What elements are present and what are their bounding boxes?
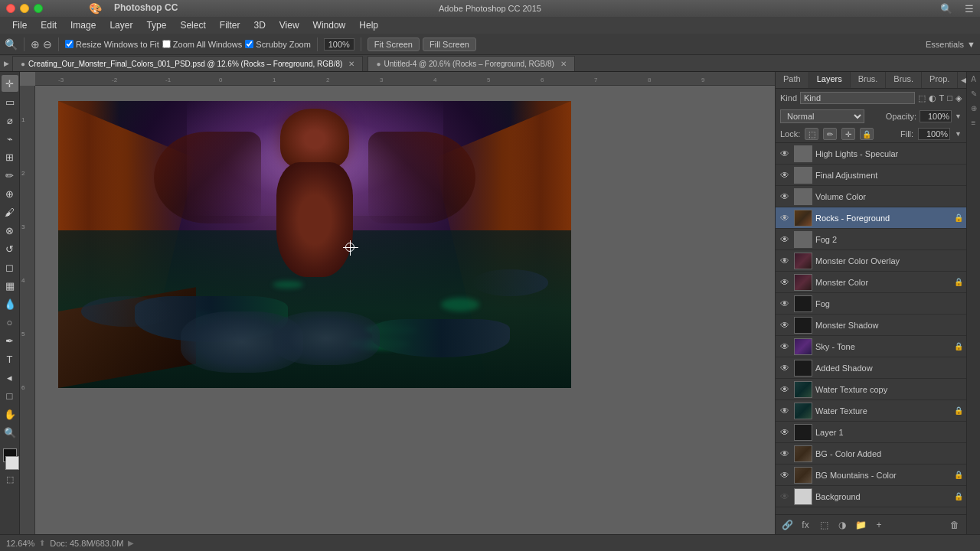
shape-kind-icon[interactable]: □ [947,93,952,103]
dodge-tool[interactable]: ○ [2,314,18,331]
layer-visibility-sky[interactable]: 👁 [779,341,791,353]
menu-item-window[interactable]: Window [307,18,352,32]
menu-item-layer[interactable]: Layer [103,18,139,32]
shape-tool[interactable]: □ [2,387,18,404]
eyedropper-tool[interactable]: ✏ [2,167,18,184]
lasso-tool[interactable]: ⌀ [2,112,18,129]
lock-transparent-btn[interactable]: ⬚ [805,128,818,140]
layer-row-layer1[interactable]: 👁 Layer 1 [776,422,966,443]
lock-image-btn[interactable]: ✏ [823,128,837,140]
tab-close-btn-main[interactable]: ✕ [348,60,354,68]
layer-row-water-texture[interactable]: 👁 Water Texture 🔒 [776,400,966,422]
eraser-tool[interactable]: ◻ [2,259,18,276]
edge-tool-2[interactable]: ✎ [971,90,977,98]
layer-visibility-layer1[interactable]: 👁 [779,426,791,439]
fit-screen-button[interactable]: Fit Screen [368,37,420,51]
lock-all-btn[interactable]: 🔒 [860,128,874,140]
layer-visibility-fog2[interactable]: 👁 [779,233,791,246]
edge-tool-4[interactable]: ≡ [972,119,976,127]
layer-visibility-monster-shadow[interactable]: 👁 [779,319,791,331]
panel-tab-path[interactable]: Path [776,72,809,88]
new-group-icon[interactable]: 📁 [854,518,867,532]
tab-untitled[interactable]: ● Untitled-4 @ 20.6% (Rocks – Foreground… [368,56,575,71]
scrubby-zoom-checkbox[interactable]: Scrubby Zoom [245,40,311,49]
hand-tool[interactable]: ✋ [2,406,18,422]
layer-row-bg-color[interactable]: 👁 BG - Color Added [776,443,966,465]
path-selection[interactable]: ◂ [2,369,18,386]
doc-size-arrow[interactable]: ▶ [128,539,134,547]
tabs-menu-icon[interactable]: ▶ [4,60,9,67]
layer-visibility-fog[interactable]: 👁 [779,298,791,310]
layer-visibility-bg-color[interactable]: 👁 [779,448,791,460]
menu-item-edit[interactable]: Edit [34,18,63,32]
panel-tab-brushes1[interactable]: Brus. [851,72,887,88]
layer-visibility-volume[interactable]: 👁 [779,191,791,203]
layer-row-highlights[interactable]: 👁 High Lights - Specular [776,143,966,165]
maximize-button[interactable] [34,4,43,13]
layer-visibility-highlights[interactable]: 👁 [779,148,791,160]
menu-item-3d[interactable]: 3D [247,18,271,32]
brush-tool[interactable]: 🖌 [2,204,18,220]
tab-close-icon-untitled[interactable]: ● [376,60,381,68]
fill-dropdown-icon[interactable]: ▼ [955,130,962,138]
link-layers-icon[interactable]: 🔗 [780,518,794,532]
panel-tab-properties[interactable]: Prop. [922,72,958,88]
type-kind-icon[interactable]: T [939,93,945,103]
menu-item-file[interactable]: File [6,18,33,32]
healing-tool[interactable]: ⊕ [2,185,18,202]
layer-row-bg-mountains[interactable]: 👁 BG Mountains - Color 🔒 [776,465,966,486]
delete-layer-icon[interactable]: 🗑 [948,518,962,532]
layer-row-added-shadow[interactable]: 👁 Added Shadow [776,357,966,379]
close-button[interactable] [6,4,15,13]
layer-visibility-water[interactable]: 👁 [779,405,791,417]
type-tool[interactable]: T [2,350,18,367]
layer-row-sky-tone[interactable]: 👁 Sky - Tone 🔒 [776,336,966,357]
blur-tool[interactable]: 💧 [2,295,18,312]
wand-tool[interactable]: ⌁ [2,130,18,147]
layer-row-fog[interactable]: 👁 Fog [776,293,966,315]
menu-item-select[interactable]: Select [174,18,211,32]
layer-row-rocks-foreground[interactable]: 👁 Rocks - Foreground 🔒 [776,207,966,229]
zoom-percentage-input[interactable] [324,38,354,51]
gradient-tool[interactable]: ▦ [2,277,18,294]
pen-tool[interactable]: ✒ [2,332,18,349]
add-mask-icon[interactable]: ⬚ [817,518,831,532]
tab-close-btn-untitled[interactable]: ✕ [560,60,567,68]
smart-kind-icon[interactable]: ◈ [956,93,962,103]
fill-screen-button[interactable]: Fill Screen [423,37,476,51]
blend-mode-select[interactable]: Normal Multiply Screen Overlay [780,109,864,123]
layer-row-fog2[interactable]: 👁 Fog 2 [776,229,966,250]
background-color[interactable] [5,456,19,470]
menu-item-help[interactable]: Help [353,18,384,32]
layer-row-monster-color-overlay[interactable]: 👁 Monster Color Overlay [776,250,966,272]
layer-row-monster-shadow[interactable]: 👁 Monster Shadow [776,315,966,336]
clone-tool[interactable]: ⊗ [2,222,18,239]
zoom-indicator-icon[interactable]: ⬆ [39,539,45,547]
selection-tool[interactable]: ▭ [2,93,18,110]
crop-tool[interactable]: ⊞ [2,148,18,165]
layer-visibility-monster-color[interactable]: 👁 [779,276,791,289]
minimize-button[interactable] [20,4,29,13]
opacity-dropdown-icon[interactable]: ▼ [955,112,962,120]
layer-visibility-bg-mountains[interactable]: 👁 [779,469,791,481]
zoom-in-icon[interactable]: 🔍 [5,38,18,51]
layer-visibility-monster-overlay[interactable]: 👁 [779,255,791,267]
kind-select[interactable]: Kind [800,92,915,104]
layer-row-water-texture-copy[interactable]: 👁 Water Texture copy [776,379,966,400]
zoom-all-checkbox[interactable]: Zoom All Windows [162,40,242,49]
layer-visibility-final[interactable]: 👁 [779,169,791,181]
panel-tab-brushes2[interactable]: Brus. [886,72,922,88]
panel-tab-layers[interactable]: Layers [809,72,851,88]
new-layer-icon[interactable]: + [872,518,886,532]
lock-position-btn[interactable]: ✛ [841,128,855,140]
history-brush[interactable]: ↺ [2,240,18,257]
zoom-in-button[interactable]: ⊕ [31,38,40,51]
tab-main-document[interactable]: ● Creating_Our_Monster_Final_Colors_001_… [12,56,363,71]
layer-visibility-background[interactable]: 👁 [779,491,791,503]
layer-row-monster-color[interactable]: 👁 Monster Color 🔒 [776,272,966,293]
menu-item-view[interactable]: View [273,18,305,32]
layer-visibility-water-copy[interactable]: 👁 [779,383,791,396]
move-tool[interactable]: ✛ [2,75,18,92]
menu-item-type[interactable]: Type [140,18,172,32]
search-icon[interactable]: 🔍 [940,3,952,15]
